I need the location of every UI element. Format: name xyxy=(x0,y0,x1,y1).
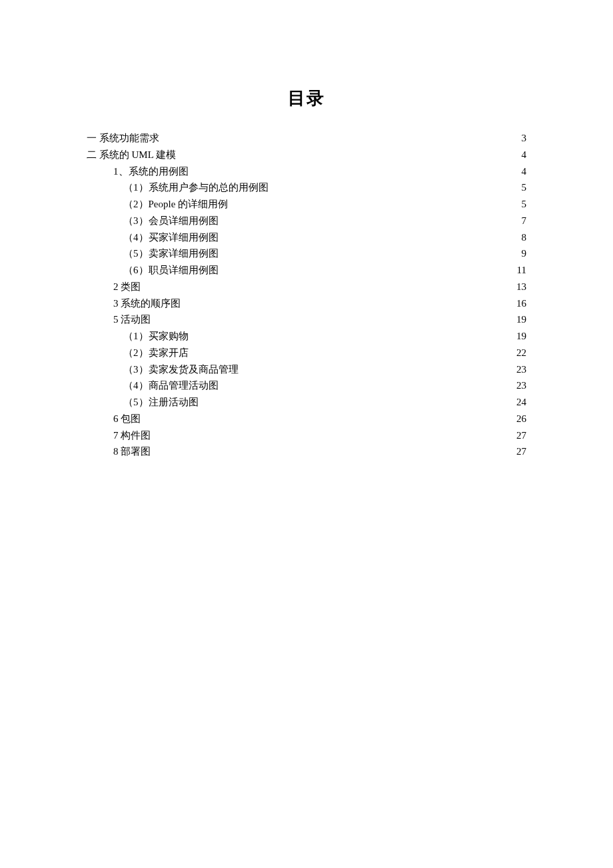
toc-entry-page: 4 xyxy=(522,147,527,163)
toc-entry[interactable]: （3）会员详细用例图 7 xyxy=(87,213,526,229)
toc-entry-page: 8 xyxy=(522,229,527,246)
toc-entry-label: 3 系统的顺序图 xyxy=(113,295,181,312)
toc-entry-label: （5）注册活动图 xyxy=(123,394,199,411)
toc-entry-label: 5 活动图 xyxy=(113,311,151,328)
toc-entry[interactable]: （1）买家购物 19 xyxy=(87,328,526,345)
toc-entry-label: （3）卖家发货及商品管理 xyxy=(123,361,239,378)
toc-entry-label: （5）卖家详细用例图 xyxy=(123,245,219,262)
toc-entry-label: 6 包图 xyxy=(113,411,141,427)
toc-entry-page: 13 xyxy=(516,279,526,295)
toc-entry[interactable]: （3）卖家发货及商品管理 23 xyxy=(87,361,526,378)
toc-entry[interactable]: 7 构件图27 xyxy=(87,427,526,444)
toc-entry-page: 26 xyxy=(516,411,526,427)
toc-entry[interactable]: （4）商品管理活动图 23 xyxy=(87,377,526,394)
toc-entry-label: 8 部署图 xyxy=(113,443,151,460)
toc-entry-page: 5 xyxy=(522,196,527,213)
toc-entry-page: 19 xyxy=(516,311,526,328)
toc-entry[interactable]: （4）买家详细用例图 8 xyxy=(87,229,526,246)
toc-entry-page: 11 xyxy=(517,262,526,279)
toc-entry[interactable]: 6 包图26 xyxy=(87,411,526,427)
toc-entry[interactable]: （5）注册活动图 24 xyxy=(87,394,526,411)
toc-entry-page: 23 xyxy=(516,361,526,378)
toc-entry[interactable]: 8 部署图27 xyxy=(87,443,526,460)
toc-entry-label: （1）买家购物 xyxy=(123,328,189,345)
toc-entry-label: （1）系统用户参与的总的用例图 xyxy=(123,179,269,196)
toc-entry-page: 4 xyxy=(522,163,527,180)
toc-entry-page: 27 xyxy=(516,443,526,460)
toc-entry-page: 16 xyxy=(516,295,526,312)
toc-entry[interactable]: （6）职员详细用例图 11 xyxy=(87,262,526,279)
toc-entry[interactable]: 5 活动图19 xyxy=(87,311,526,328)
toc-entry-page: 24 xyxy=(516,394,526,411)
toc-entry-label: （3）会员详细用例图 xyxy=(123,213,219,229)
toc-entry[interactable]: （2）People 的详细用例 5 xyxy=(87,196,526,213)
toc-entry[interactable]: （2）卖家开店 22 xyxy=(87,345,526,361)
toc-entry-page: 27 xyxy=(516,427,526,444)
toc-entry-page: 7 xyxy=(522,213,527,229)
toc-entry[interactable]: 2 类图13 xyxy=(87,279,526,295)
toc-entry-label: 二 系统的 UML 建模 xyxy=(87,147,176,163)
toc-entry-page: 22 xyxy=(516,345,526,361)
toc-entry-label: （2）卖家开店 xyxy=(123,345,189,361)
toc-entry-page: 23 xyxy=(516,377,526,394)
toc-entry-label: （6）职员详细用例图 xyxy=(123,262,219,279)
toc-entry[interactable]: （1）系统用户参与的总的用例图 5 xyxy=(87,179,526,196)
toc-entry-label: （4）商品管理活动图 xyxy=(123,377,219,394)
toc-entry[interactable]: 1、系统的用例图4 xyxy=(87,163,526,180)
toc-entry[interactable]: 3 系统的顺序图16 xyxy=(87,295,526,312)
toc-entry-label: 一 系统功能需求 xyxy=(87,130,159,147)
toc-entry-label: （2）People 的详细用例 xyxy=(123,196,228,213)
document-title: 目录 xyxy=(87,87,526,110)
table-of-contents: 一 系统功能需求3二 系统的 UML 建模41、系统的用例图4（1）系统用户参与… xyxy=(87,130,526,460)
toc-entry-label: （4）买家详细用例图 xyxy=(123,229,219,246)
toc-entry-page: 9 xyxy=(522,245,527,262)
toc-entry[interactable]: 一 系统功能需求3 xyxy=(87,130,526,147)
toc-entry-label: 7 构件图 xyxy=(113,427,151,444)
toc-entry-page: 19 xyxy=(516,328,526,345)
toc-entry-page: 3 xyxy=(522,130,527,147)
toc-entry-label: 1、系统的用例图 xyxy=(113,163,189,180)
toc-entry[interactable]: 二 系统的 UML 建模4 xyxy=(87,147,526,163)
toc-entry[interactable]: （5）卖家详细用例图 9 xyxy=(87,245,526,262)
toc-entry-label: 2 类图 xyxy=(113,279,141,295)
toc-entry-page: 5 xyxy=(522,179,527,196)
